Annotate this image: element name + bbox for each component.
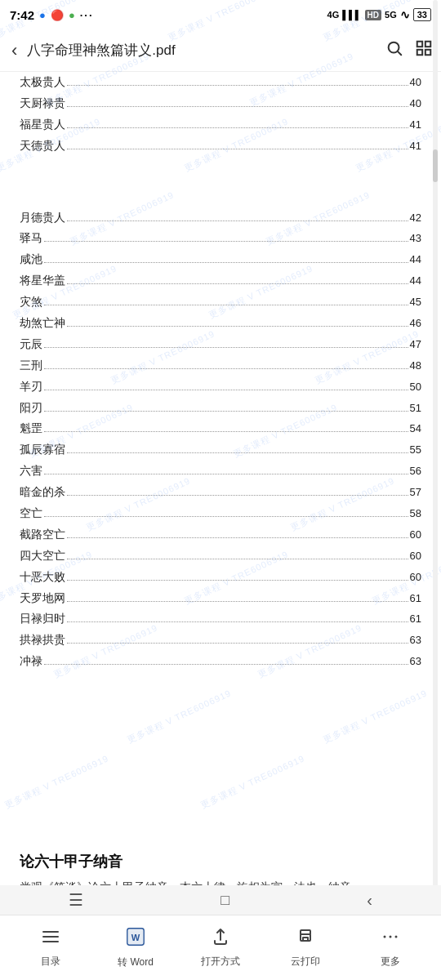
toc-item: 孤辰寡宿 55	[20, 439, 421, 461]
svg-rect-2	[417, 42, 422, 47]
toolbar-menu-label: 目录	[41, 955, 60, 969]
toc-label: 日禄归时	[20, 608, 65, 630]
toc-page: 60	[410, 568, 421, 587]
expand-button[interactable]	[415, 39, 433, 61]
toc-page: 58	[410, 504, 421, 523]
toc-dots	[44, 431, 408, 432]
toc-page: 63	[410, 630, 421, 650]
toc-page: 42	[410, 208, 421, 228]
status-dot-icon: ●	[39, 9, 46, 21]
toolbar-menu-button[interactable]: 目录	[8, 927, 93, 969]
toc-label: 咸池	[20, 249, 42, 270]
toc-dots	[67, 452, 408, 453]
scroll-indicator[interactable]	[433, 0, 438, 980]
document-title: 八字命理神煞篇讲义.pdf	[27, 41, 379, 60]
blank-space-1	[0, 157, 441, 206]
signal-bars-icon: ▌▌▌	[342, 10, 361, 20]
toc-item: 天罗地网 61	[20, 588, 421, 609]
toc-dots	[67, 643, 408, 644]
svg-point-16	[395, 936, 398, 938]
toc-main-section: 月德贵人 42 驿马 43 咸池 44 将星华盖 44 灾煞 45 劫煞亡神 4…	[0, 206, 441, 673]
toc-dots	[44, 241, 408, 242]
toolbar-print-label: 云打印	[291, 955, 320, 969]
toolbar-open-label: 打开方式	[201, 955, 240, 969]
toc-item: 灾煞 45	[20, 292, 421, 313]
toc-dots	[67, 495, 408, 496]
toc-page: 63	[410, 652, 421, 671]
toc-dots	[44, 474, 408, 474]
battery-icon: 33	[413, 8, 431, 21]
toc-label: 十恶大败	[20, 567, 65, 588]
toc-item: 六害 56	[20, 461, 421, 482]
toolbar-more-button[interactable]: 更多	[348, 927, 433, 969]
toc-label: 驿马	[20, 228, 42, 249]
toc-label: 阳刃	[20, 398, 42, 419]
toolbar-word-label: 转 Word	[118, 956, 154, 969]
toc-item: 太极贵人 40	[20, 72, 421, 93]
scroll-thumb	[433, 149, 438, 182]
toc-dots	[67, 580, 408, 581]
toc-label: 拱禄拱贵	[20, 630, 65, 651]
toc-page: 44	[410, 271, 421, 291]
toc-page: 51	[410, 399, 421, 418]
toc-dots	[44, 262, 408, 263]
toolbar-print-button[interactable]: 云打印	[263, 927, 348, 969]
toc-page: 43	[410, 229, 421, 248]
toc-item: 羊刃 50	[20, 376, 421, 398]
toc-label: 天厨禄贵	[20, 93, 65, 114]
toc-label: 元辰	[20, 334, 42, 355]
toc-label: 太极贵人	[20, 72, 65, 93]
status-time: 7:42	[10, 8, 34, 22]
toc-page: 41	[410, 115, 421, 135]
print-icon	[296, 927, 315, 951]
toc-page: 60	[410, 546, 421, 566]
toc-item: 将星华盖 44	[20, 270, 421, 292]
toc-dots	[44, 516, 408, 517]
svg-rect-5	[425, 50, 430, 55]
toc-dots	[67, 127, 408, 128]
toc-page: 48	[410, 356, 421, 376]
svg-rect-3	[425, 42, 430, 47]
toc-item: 驿马 43	[20, 228, 421, 249]
toc-item: 天厨禄贵 40	[20, 93, 421, 114]
blank-space-2	[0, 672, 441, 835]
search-button[interactable]	[385, 39, 403, 61]
toc-dots	[67, 537, 408, 538]
toc-label: 福星贵人	[20, 114, 65, 136]
toc-label: 天罗地网	[20, 588, 65, 609]
word-icon: W	[125, 926, 146, 952]
svg-point-14	[384, 936, 386, 938]
toc-page: 54	[410, 419, 421, 439]
toc-dots	[44, 347, 408, 348]
toc-dots	[67, 601, 408, 602]
5g-icon: 5G	[385, 10, 397, 20]
toc-label: 魁罡	[20, 418, 42, 439]
nav-menu-button[interactable]: ☰	[69, 890, 83, 910]
nav-bar: ☰ □ ‹	[0, 885, 441, 915]
toc-dots	[44, 664, 408, 665]
svg-point-15	[390, 936, 392, 938]
toc-page: 40	[410, 94, 421, 114]
toc-label: 天德贵人	[20, 136, 65, 157]
toolbar-word-button[interactable]: W 转 Word	[93, 926, 178, 969]
toc-item: 魁罡 54	[20, 418, 421, 439]
menu-icon	[41, 927, 60, 951]
toc-item: 福星贵人 41	[20, 114, 421, 136]
back-button[interactable]: ‹	[8, 37, 20, 65]
toolbar-open-button[interactable]: 打开方式	[178, 927, 263, 969]
toc-item: 暗金的杀 57	[20, 482, 421, 503]
wifi-icon: ∿	[400, 8, 410, 21]
toc-page: 46	[410, 314, 421, 333]
toc-label: 劫煞亡神	[20, 313, 65, 334]
share-icon	[211, 927, 230, 951]
toc-item: 四大空亡 60	[20, 546, 421, 567]
toc-dots	[67, 283, 408, 284]
toc-label: 孤辰寡宿	[20, 439, 65, 461]
nav-home-button[interactable]: □	[220, 892, 229, 909]
svg-rect-4	[417, 50, 422, 55]
toc-page: 60	[410, 525, 421, 545]
toc-label: 冲禄	[20, 651, 42, 672]
nav-back-button[interactable]: ‹	[367, 891, 372, 910]
toc-item: 阳刃 51	[20, 398, 421, 419]
toc-page: 55	[410, 440, 421, 460]
